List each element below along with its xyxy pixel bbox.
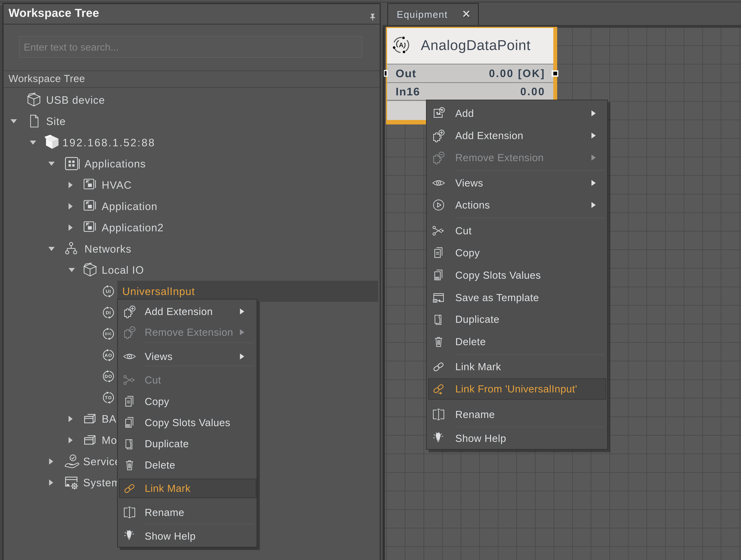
svg-text:123: 123 — [435, 277, 439, 279]
svg-text:DO: DO — [105, 374, 112, 379]
svg-text:TO: TO — [105, 395, 112, 400]
svg-text:DIC: DIC — [105, 332, 112, 336]
svg-text:AO: AO — [105, 353, 112, 358]
svg-text:DI: DI — [106, 310, 111, 315]
svg-text:UI: UI — [106, 289, 111, 294]
svg-text:123: 123 — [127, 424, 130, 427]
svg-text:A: A — [399, 42, 404, 49]
